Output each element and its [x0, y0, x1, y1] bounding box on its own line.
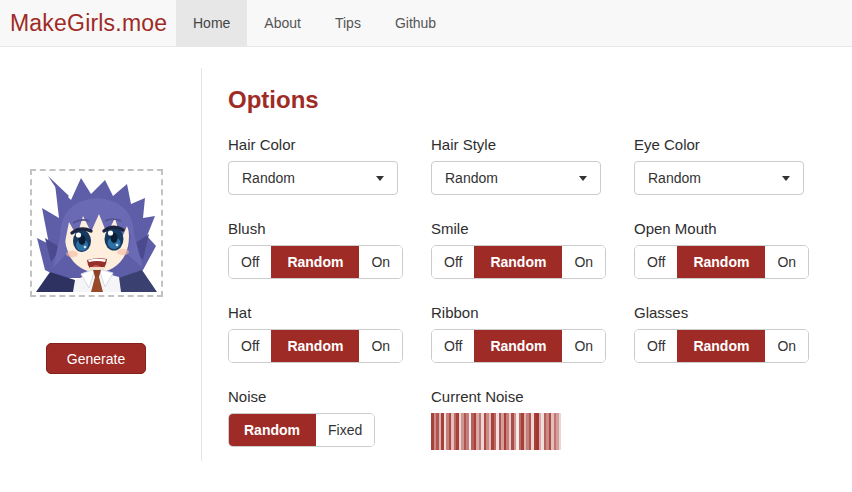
- glasses-random-button[interactable]: Random: [677, 330, 764, 362]
- brand-logo[interactable]: MakeGirls.moe: [10, 0, 167, 47]
- hair-style-dropdown[interactable]: Random: [431, 161, 601, 195]
- hat-field: Hat Off Random On: [228, 304, 431, 364]
- anime-avatar-image: [35, 174, 158, 292]
- options-title: Options: [228, 86, 838, 114]
- chevron-down-icon: [579, 176, 587, 181]
- eye-color-value: Random: [648, 170, 701, 186]
- hair-color-field: Hair Color Random: [228, 136, 431, 196]
- chevron-down-icon: [782, 176, 790, 181]
- nav-tab-tips[interactable]: Tips: [318, 0, 378, 47]
- hair-style-field: Hair Style Random: [431, 136, 634, 196]
- hat-random-button[interactable]: Random: [271, 330, 358, 362]
- hat-off-button[interactable]: Off: [229, 330, 271, 362]
- smile-label: Smile: [431, 220, 634, 237]
- ribbon-field: Ribbon Off Random On: [431, 304, 634, 364]
- nav-tab-github[interactable]: Github: [378, 0, 453, 47]
- open-mouth-label: Open Mouth: [634, 220, 838, 237]
- eye-color-label: Eye Color: [634, 136, 838, 153]
- noise-random-button[interactable]: Random: [229, 414, 315, 446]
- smile-on-button[interactable]: On: [561, 246, 605, 278]
- ribbon-off-button[interactable]: Off: [432, 330, 474, 362]
- hat-toggle: Off Random On: [228, 329, 403, 363]
- open-mouth-random-button[interactable]: Random: [677, 246, 764, 278]
- blush-random-button[interactable]: Random: [271, 246, 358, 278]
- chevron-down-icon: [376, 176, 384, 181]
- glasses-label: Glasses: [634, 304, 838, 321]
- generated-image-frame: [30, 169, 163, 297]
- nav-tab-home[interactable]: Home: [176, 0, 247, 47]
- noise-label: Noise: [228, 388, 431, 405]
- glasses-off-button[interactable]: Off: [635, 330, 677, 362]
- empty-cell: [634, 388, 838, 448]
- ribbon-label: Ribbon: [431, 304, 634, 321]
- hat-label: Hat: [228, 304, 431, 321]
- blush-field: Blush Off Random On: [228, 220, 431, 280]
- options-grid: Hair Color Random Hair Style Random Eye …: [228, 136, 838, 472]
- smile-random-button[interactable]: Random: [474, 246, 561, 278]
- noise-toggle: Random Fixed: [228, 413, 375, 447]
- glasses-field: Glasses Off Random On: [634, 304, 838, 364]
- noise-fixed-button[interactable]: Fixed: [315, 414, 374, 446]
- smile-off-button[interactable]: Off: [432, 246, 474, 278]
- current-noise-field: Current Noise: [431, 388, 634, 448]
- blush-on-button[interactable]: On: [358, 246, 402, 278]
- hair-style-value: Random: [445, 170, 498, 186]
- blush-toggle: Off Random On: [228, 245, 403, 279]
- open-mouth-field: Open Mouth Off Random On: [634, 220, 838, 280]
- glasses-toggle: Off Random On: [634, 329, 809, 363]
- hair-style-label: Hair Style: [431, 136, 634, 153]
- open-mouth-off-button[interactable]: Off: [635, 246, 677, 278]
- smile-field: Smile Off Random On: [431, 220, 634, 280]
- nav-tab-about[interactable]: About: [247, 0, 318, 47]
- smile-toggle: Off Random On: [431, 245, 606, 279]
- ribbon-random-button[interactable]: Random: [474, 330, 561, 362]
- eye-color-dropdown[interactable]: Random: [634, 161, 804, 195]
- navbar: MakeGirls.moe Home About Tips Github: [0, 0, 852, 47]
- noise-barcode-visualization: [431, 413, 561, 450]
- current-noise-label: Current Noise: [431, 388, 634, 405]
- eye-color-field: Eye Color Random: [634, 136, 838, 196]
- hair-color-label: Hair Color: [228, 136, 431, 153]
- glasses-on-button[interactable]: On: [764, 330, 808, 362]
- open-mouth-on-button[interactable]: On: [764, 246, 808, 278]
- hair-color-value: Random: [242, 170, 295, 186]
- options-panel: Options Hair Color Random Hair Style Ran…: [228, 86, 838, 472]
- ribbon-on-button[interactable]: On: [561, 330, 605, 362]
- hat-on-button[interactable]: On: [358, 330, 402, 362]
- open-mouth-toggle: Off Random On: [634, 245, 809, 279]
- ribbon-toggle: Off Random On: [431, 329, 606, 363]
- panel-divider: [201, 68, 202, 461]
- generate-button[interactable]: Generate: [46, 343, 146, 374]
- blush-off-button[interactable]: Off: [229, 246, 271, 278]
- makegirls-app: MakeGirls.moe Home About Tips Github: [0, 0, 852, 492]
- blush-label: Blush: [228, 220, 431, 237]
- noise-field: Noise Random Fixed: [228, 388, 431, 448]
- nav-tabs: Home About Tips Github: [176, 0, 453, 47]
- hair-color-dropdown[interactable]: Random: [228, 161, 398, 195]
